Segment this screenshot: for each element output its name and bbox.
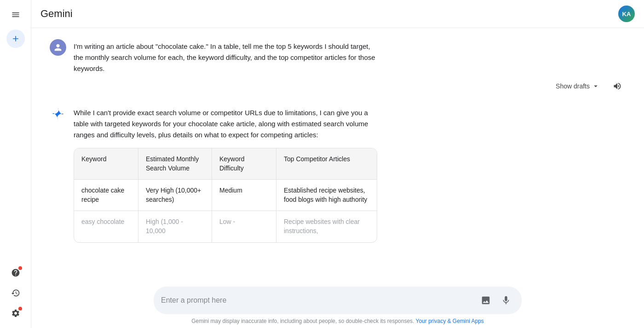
gemini-response-content: While I can't provide exact search volum… — [74, 105, 626, 243]
col-header-volume: Estimated Monthly Search Volume — [138, 148, 212, 179]
user-avatar[interactable]: KA — [618, 6, 635, 22]
new-chat-button[interactable] — [6, 29, 25, 48]
cell-difficulty-1: Medium — [212, 180, 276, 211]
cell-competitors-2: Recipe websites with clear instructions, — [276, 211, 377, 242]
microphone-icon — [501, 295, 511, 305]
col-header-difficulty: Keyword Difficulty — [212, 148, 276, 179]
settings-badge — [18, 307, 22, 310]
disclaimer: Gemini may display inaccurate info, incl… — [191, 318, 484, 324]
chevron-down-icon — [592, 82, 600, 90]
show-drafts-label: Show drafts — [556, 82, 590, 90]
sidebar-bottom — [6, 264, 25, 322]
microphone-button[interactable] — [498, 292, 514, 309]
cell-keyword-1: chocolate cake recipe — [74, 180, 138, 211]
image-upload-button[interactable] — [477, 292, 494, 309]
cell-volume-2: High (1,000 - 10,000 — [138, 211, 212, 242]
activity-button[interactable] — [6, 284, 25, 302]
chat-area: I'm writing an article about "chocolate … — [31, 28, 644, 281]
gemini-star-icon — [52, 107, 64, 120]
cell-competitors-1: Established recipe websites, food blogs … — [276, 180, 377, 211]
user-message-content: I'm writing an article about "chocolate … — [74, 39, 626, 94]
help-button[interactable] — [6, 264, 25, 282]
show-drafts-button[interactable]: Show drafts — [550, 79, 605, 93]
volume-icon — [613, 82, 622, 91]
app-title: Gemini — [40, 8, 73, 20]
cell-volume-1: Very High (10,000+ searches) — [138, 180, 212, 211]
gemini-response-text: While I can't provide exact search volum… — [74, 107, 377, 141]
user-message: I'm writing an article about "chocolate … — [50, 39, 626, 94]
input-area: Gemini may display inaccurate info, incl… — [31, 281, 644, 328]
cell-keyword-2: easy chocolate — [74, 211, 138, 242]
message-actions: Show drafts — [74, 78, 626, 94]
avatar-initials: KA — [618, 6, 635, 22]
audio-button[interactable] — [609, 78, 626, 94]
table-row: chocolate cake recipe Very High (10,000+… — [74, 180, 377, 211]
user-message-text: I'm writing an article about "chocolate … — [74, 41, 377, 74]
settings-button[interactable] — [6, 304, 25, 322]
input-box — [154, 287, 522, 314]
main-content: Gemini KA I'm writing an article about "… — [31, 0, 644, 328]
cell-difficulty-2: Low - — [212, 211, 276, 242]
col-header-competitors: Top Competitor Articles — [276, 148, 377, 179]
table-row: easy chocolate High (1,000 - 10,000 Low … — [74, 211, 377, 242]
disclaimer-text: Gemini may display inaccurate info, incl… — [191, 318, 414, 324]
table-header-row: Keyword Estimated Monthly Search Volume … — [74, 148, 377, 180]
user-avatar-bg — [50, 39, 66, 56]
header: Gemini KA — [31, 0, 644, 28]
user-avatar-icon — [50, 39, 66, 56]
gemini-icon — [50, 105, 66, 122]
menu-icon-button[interactable] — [6, 6, 25, 24]
help-badge — [18, 266, 22, 270]
sidebar — [0, 0, 31, 328]
gemini-message: While I can't provide exact search volum… — [50, 105, 626, 243]
col-header-keyword: Keyword — [74, 148, 138, 179]
keyword-table: Keyword Estimated Monthly Search Volume … — [74, 148, 377, 243]
image-icon — [481, 295, 491, 305]
privacy-link[interactable]: Your privacy & Gemini Apps — [416, 318, 484, 324]
prompt-input[interactable] — [161, 296, 474, 305]
